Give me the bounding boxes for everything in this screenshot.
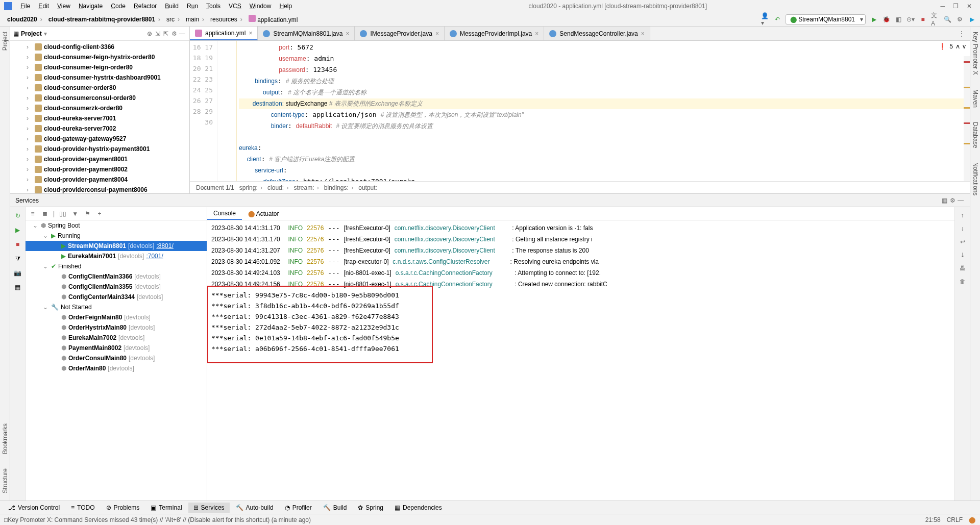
- filter2-icon[interactable]: ▼: [71, 210, 79, 218]
- up-icon[interactable]: ↑: [959, 211, 967, 219]
- project-tree-item[interactable]: ›cloud-eureka-server7002: [10, 123, 189, 134]
- down-icon[interactable]: ↓: [959, 224, 967, 233]
- editor-tab[interactable]: SendMessageController.java×: [544, 27, 650, 40]
- user-icon[interactable]: 👤▾: [761, 15, 769, 23]
- search-icon[interactable]: 🔍: [943, 15, 951, 23]
- project-tree-item[interactable]: ›cloud-consumer-order80: [10, 83, 189, 93]
- menu-view[interactable]: View: [54, 2, 74, 11]
- project-tree-item[interactable]: ›cloud-eureka-server7001: [10, 113, 189, 123]
- project-tree-item[interactable]: ›cloud-consumer-feign-hystrix-order80: [10, 52, 189, 62]
- notification-badge-icon[interactable]: ⬤: [968, 516, 976, 524]
- services-tree-item[interactable]: ⬢ConfigCenterMain3344 [devtools]: [26, 292, 207, 302]
- menu-code[interactable]: Code: [108, 2, 129, 11]
- menu-navigate[interactable]: Navigate: [76, 2, 106, 11]
- editor-tab[interactable]: MessageProviderImpl.java×: [445, 27, 544, 40]
- services-tree-item[interactable]: ⬢PaymentMain8002 [devtools]: [26, 343, 207, 353]
- project-tree-item[interactable]: ›cloud-consumerzk-order80: [10, 103, 189, 113]
- project-tree-item[interactable]: ›cloud-config-client-3366: [10, 42, 189, 52]
- services-tree-item[interactable]: ⌄✔Finished: [26, 261, 207, 271]
- actuator-tab[interactable]: ⬤ Actuator: [242, 208, 285, 219]
- close-tab-icon[interactable]: ×: [346, 30, 349, 37]
- settings-icon[interactable]: ⚙: [955, 15, 964, 23]
- console-output[interactable]: 2023-08-30 14:41:31.170 INFO 22576 --- […: [207, 220, 954, 501]
- status-hint-icon[interactable]: □: [4, 516, 8, 523]
- key-promoter-tab[interactable]: Key Promoter X: [972, 30, 979, 77]
- gear-icon[interactable]: ⚙: [948, 196, 957, 205]
- prev-icon[interactable]: ʌ: [956, 43, 960, 50]
- database-tab[interactable]: Database: [972, 120, 979, 150]
- project-tree-item[interactable]: ›cloud-provider-payment8002: [10, 164, 189, 174]
- bookmarks-tool-tab[interactable]: Bookmarks: [2, 421, 9, 456]
- close-icon[interactable]: ✕: [967, 3, 972, 10]
- project-tree-item[interactable]: ›cloud-consumer-feign-order80: [10, 62, 189, 72]
- chevron-down-icon[interactable]: ▾: [44, 30, 47, 37]
- add-icon[interactable]: +: [95, 210, 104, 218]
- services-tree-item[interactable]: ⌄🔧Not Started: [26, 302, 207, 312]
- print-icon[interactable]: 🖶: [959, 264, 967, 272]
- filter-icon[interactable]: ⧩: [13, 254, 22, 263]
- menu-window[interactable]: Window: [247, 2, 275, 11]
- bottom-tab-auto-build[interactable]: 🔨Auto-build: [231, 503, 279, 513]
- services-tree-item[interactable]: ⌄▶Running: [26, 231, 207, 241]
- menu-vcs[interactable]: VCS: [226, 2, 244, 11]
- translate-icon[interactable]: 文A: [931, 15, 939, 23]
- clear-icon[interactable]: 🗑: [959, 278, 967, 286]
- services-tree-item[interactable]: ⬢OrderConsulMain80 [devtools]: [26, 353, 207, 363]
- scroll-end-icon[interactable]: ⤓: [959, 251, 967, 259]
- services-tree-item[interactable]: ⬢ConfigClientMain3366 [devtools]: [26, 271, 207, 282]
- hide-icon[interactable]: —: [957, 196, 965, 205]
- services-tree-item[interactable]: ⬢OrderMain80 [devtools]: [26, 363, 207, 373]
- run-icon[interactable]: ▶: [870, 15, 878, 23]
- menu-run[interactable]: Run: [184, 2, 201, 11]
- console-tab[interactable]: Console: [207, 208, 242, 220]
- services-tree-item[interactable]: ⌄⬢Spring Boot: [26, 220, 207, 231]
- locate-icon[interactable]: ⊚: [145, 30, 154, 38]
- code-editor[interactable]: port: 5672 username: admin password: 123…: [237, 41, 970, 181]
- project-tool-tab[interactable]: Project: [2, 30, 9, 53]
- close-tab-icon[interactable]: ×: [641, 30, 645, 37]
- maven-tab[interactable]: Maven: [972, 87, 979, 110]
- project-tree-item[interactable]: ›cloud-provider-payment8001: [10, 154, 189, 164]
- bottom-tab-terminal[interactable]: ▣Terminal: [145, 503, 187, 513]
- services-tree-item[interactable]: ⬢EurekaMain7002 [devtools]: [26, 333, 207, 343]
- profile-icon[interactable]: ⊙▾: [906, 15, 915, 23]
- stop-icon[interactable]: ■: [13, 240, 22, 249]
- coverage-icon[interactable]: ◧: [894, 15, 902, 23]
- bottom-tab-build[interactable]: 🔨Build: [318, 503, 352, 513]
- close-tab-icon[interactable]: ×: [249, 30, 252, 37]
- error-stripe[interactable]: [964, 56, 970, 181]
- breadcrumb[interactable]: main: [183, 15, 207, 24]
- menu-build[interactable]: Build: [162, 2, 182, 11]
- structure-tool-tab[interactable]: Structure: [2, 466, 9, 495]
- project-tree-item[interactable]: ›cloud-provider-payment8004: [10, 174, 189, 185]
- expand-icon[interactable]: ⇲: [154, 30, 162, 38]
- status-encoding[interactable]: CRLF: [947, 516, 963, 523]
- menu-help[interactable]: Help: [276, 2, 295, 11]
- project-tree-item[interactable]: ›cloud-providerconsul-payment8006: [10, 185, 189, 193]
- project-title[interactable]: Project: [21, 30, 42, 37]
- gear-icon[interactable]: ⚙: [170, 30, 178, 38]
- menu-tools[interactable]: Tools: [203, 2, 224, 11]
- bottom-tab-services[interactable]: ⊞Services: [188, 503, 230, 513]
- bottom-tab-dependencies[interactable]: ▦Dependencies: [389, 503, 447, 513]
- bottom-tab-spring[interactable]: ✿Spring: [353, 503, 388, 513]
- editor-tab[interactable]: application.yml×: [190, 27, 258, 40]
- stop-icon[interactable]: ■: [919, 15, 927, 23]
- menu-file[interactable]: File: [17, 2, 33, 11]
- project-tree-item[interactable]: ›cloud-gateway-gateway9527: [10, 134, 189, 144]
- pin-icon[interactable]: ⚑: [83, 210, 91, 218]
- menu-refactor[interactable]: Refactor: [131, 2, 160, 11]
- tab-more-icon[interactable]: ⋮: [953, 30, 970, 37]
- project-tree-item[interactable]: ›cloud-consumer-hystrix-dashboard9001: [10, 72, 189, 83]
- camera-icon[interactable]: 📷: [13, 268, 22, 278]
- services-tree-item[interactable]: ⬢ConfigClientMain3355 [devtools]: [26, 282, 207, 292]
- rerun-icon[interactable]: ↻: [13, 211, 22, 220]
- debug-icon[interactable]: 🐞: [882, 15, 890, 23]
- grid-icon[interactable]: ▦: [13, 283, 22, 292]
- bottom-tab-version-control[interactable]: ⎇Version Control: [3, 503, 65, 513]
- notifications-tab[interactable]: Notifications: [972, 160, 979, 197]
- hide-icon[interactable]: —: [178, 30, 186, 38]
- play2-icon[interactable]: ▶: [968, 15, 976, 23]
- breadcrumb[interactable]: src: [163, 15, 183, 24]
- project-view-icon[interactable]: ▦: [13, 30, 19, 37]
